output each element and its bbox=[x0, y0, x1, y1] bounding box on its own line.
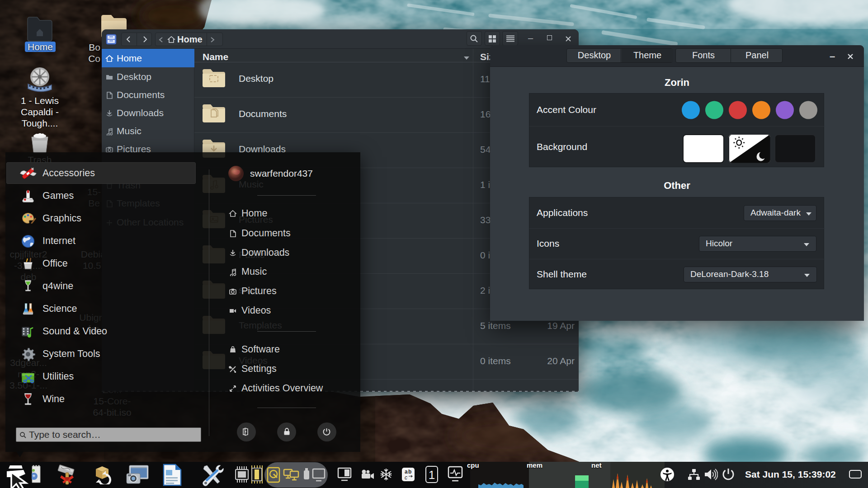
svg-text:a: a bbox=[405, 469, 408, 475]
svg-text:b: b bbox=[408, 469, 411, 475]
svg-text:c: c bbox=[405, 474, 407, 481]
